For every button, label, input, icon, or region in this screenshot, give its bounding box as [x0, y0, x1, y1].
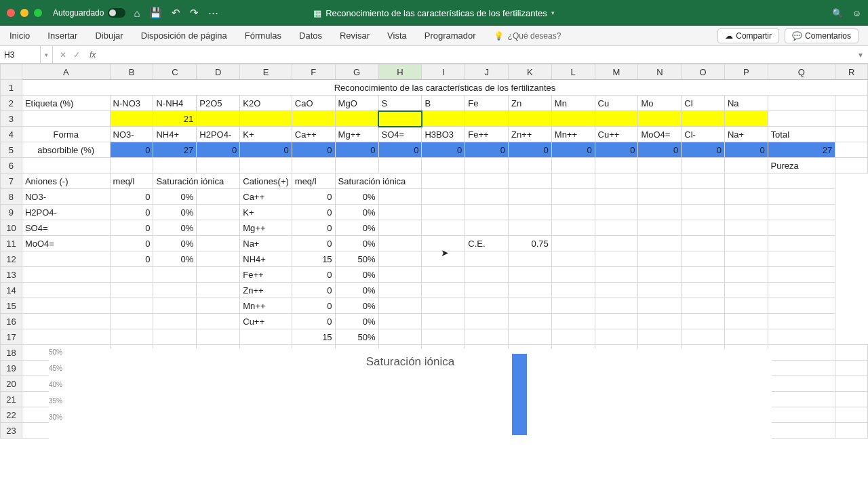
cell[interactable]	[422, 189, 465, 205]
cell[interactable]	[724, 361, 768, 376]
cell[interactable]: Mg++	[335, 127, 378, 142]
cell[interactable]	[197, 267, 240, 283]
cell[interactable]: 0	[335, 142, 378, 158]
cell[interactable]	[835, 127, 868, 142]
cell[interactable]	[682, 392, 725, 407]
cell[interactable]	[22, 329, 110, 345]
cell[interactable]	[638, 267, 682, 283]
cell[interactable]	[682, 361, 725, 376]
cell[interactable]	[638, 329, 682, 345]
row-header-2[interactable]: 2	[1, 96, 22, 111]
cell[interactable]	[595, 407, 638, 423]
row-header-17[interactable]: 17	[1, 329, 22, 345]
cell[interactable]: absorbible (%)	[22, 142, 110, 158]
cell[interactable]	[638, 314, 682, 329]
cell[interactable]	[422, 111, 465, 127]
cell[interactable]	[682, 205, 725, 220]
cell[interactable]: 0%	[153, 236, 197, 251]
cell[interactable]: Saturación iónica	[153, 174, 240, 189]
cell[interactable]	[465, 189, 509, 205]
cell[interactable]	[22, 111, 110, 127]
cell[interactable]	[835, 96, 868, 111]
cell[interactable]	[292, 345, 335, 361]
col-header-H[interactable]: H	[378, 64, 422, 80]
cell[interactable]	[724, 407, 768, 423]
row-header-14[interactable]: 14	[1, 283, 22, 298]
cell[interactable]	[595, 236, 638, 251]
cell[interactable]	[551, 158, 595, 174]
cell[interactable]	[378, 220, 422, 236]
cell[interactable]	[378, 267, 422, 283]
cell[interactable]	[724, 236, 768, 251]
cell[interactable]: CaO	[292, 96, 335, 111]
row-header-10[interactable]: 10	[1, 220, 22, 236]
row-header-5[interactable]: 5	[1, 142, 22, 158]
cell[interactable]	[551, 205, 595, 220]
col-header-E[interactable]: E	[240, 64, 292, 80]
cell[interactable]	[768, 298, 835, 314]
cell[interactable]: NO3-	[110, 127, 153, 142]
cell[interactable]: Zn++	[509, 127, 552, 142]
cell[interactable]	[465, 376, 509, 392]
cell[interactable]: 0	[110, 220, 153, 236]
cell[interactable]: 0%	[153, 220, 197, 236]
cell[interactable]	[465, 220, 509, 236]
row-header-22[interactable]: 22	[1, 407, 22, 423]
cell[interactable]	[682, 189, 725, 205]
tab-revisar[interactable]: Revisar	[340, 30, 370, 41]
cell[interactable]: 0%	[335, 298, 378, 314]
cell[interactable]	[465, 361, 509, 376]
cell[interactable]	[835, 345, 868, 361]
cell[interactable]	[724, 423, 768, 439]
cell[interactable]	[682, 251, 725, 267]
cell[interactable]	[595, 298, 638, 314]
search-icon[interactable]: 🔍	[832, 8, 843, 18]
cell[interactable]	[551, 345, 595, 361]
cell[interactable]: SO4=	[378, 127, 422, 142]
row-header-7[interactable]: 7	[1, 174, 22, 189]
cell[interactable]	[509, 407, 552, 423]
cell[interactable]: meq/l	[110, 174, 153, 189]
cell[interactable]	[551, 314, 595, 329]
cell[interactable]	[638, 158, 682, 174]
cell[interactable]	[197, 298, 240, 314]
cell[interactable]	[22, 158, 110, 174]
cell[interactable]: Pureza	[768, 158, 835, 174]
cell[interactable]: 0	[509, 142, 552, 158]
cell[interactable]	[465, 407, 509, 423]
cell[interactable]: Na	[724, 96, 768, 111]
cell[interactable]	[22, 251, 110, 267]
cell[interactable]	[768, 407, 835, 423]
cell[interactable]	[240, 158, 292, 174]
cell[interactable]: Ca++	[292, 127, 335, 142]
cell[interactable]	[335, 361, 378, 376]
cell[interactable]: Mn	[551, 96, 595, 111]
row-header-6[interactable]: 6	[1, 158, 22, 174]
cell[interactable]: 0	[292, 236, 335, 251]
cell[interactable]	[768, 314, 835, 329]
tab-programador[interactable]: Programador	[425, 30, 476, 41]
cell[interactable]: K+	[240, 127, 292, 142]
cell[interactable]	[465, 314, 509, 329]
cell[interactable]	[509, 267, 552, 283]
cell[interactable]	[509, 361, 552, 376]
cell[interactable]	[197, 236, 240, 251]
cell[interactable]	[22, 345, 110, 361]
cell[interactable]: 0%	[335, 236, 378, 251]
cell[interactable]	[768, 189, 835, 205]
cell[interactable]: 0	[292, 298, 335, 314]
cell[interactable]	[465, 423, 509, 439]
cell[interactable]: 0	[197, 142, 240, 158]
cell[interactable]	[465, 205, 509, 220]
cell[interactable]: Reconocimiento de las características de…	[22, 80, 867, 96]
cell[interactable]	[551, 423, 595, 439]
cell[interactable]	[682, 267, 725, 283]
cell[interactable]	[292, 423, 335, 439]
col-header-B[interactable]: B	[110, 64, 153, 80]
cell[interactable]	[638, 407, 682, 423]
cell[interactable]	[595, 376, 638, 392]
row-header-19[interactable]: 19	[1, 361, 22, 376]
cell[interactable]	[768, 96, 835, 111]
cell[interactable]	[22, 423, 110, 439]
cell[interactable]	[682, 376, 725, 392]
